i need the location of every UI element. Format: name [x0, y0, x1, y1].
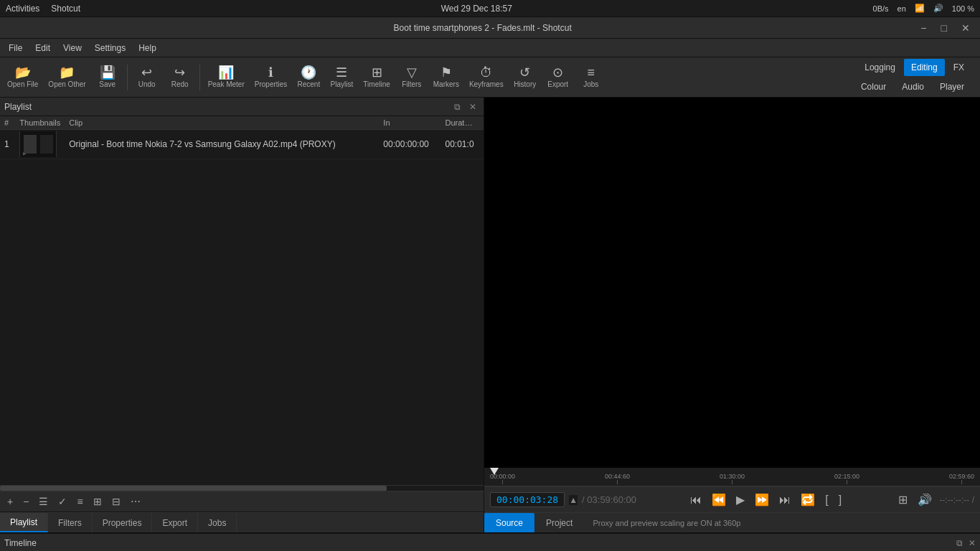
preview-timeline-ruler[interactable]: 00:00:00 00:44:60 01:30:00 02:15:00 02:5…: [484, 468, 980, 486]
maximize-button[interactable]: □: [937, 21, 951, 35]
playlist-add-button[interactable]: +: [3, 494, 17, 509]
skip-to-start-button[interactable]: ⏮: [687, 492, 705, 508]
col-duration: Durat…: [441, 116, 484, 130]
col-num: #: [0, 116, 15, 130]
timeline-float-button[interactable]: ⧉: [956, 538, 963, 548]
language: en: [897, 4, 906, 13]
open-file-button[interactable]: 📂 Open File: [3, 60, 42, 95]
peak-meter-icon: 📊: [218, 66, 234, 79]
minimize-button[interactable]: −: [916, 21, 930, 35]
menu-settings[interactable]: Settings: [89, 41, 131, 55]
export-icon: ⊙: [552, 66, 563, 79]
main-area: Playlist ⧉ ✕ # Thumbnails Clip In Durat…: [0, 98, 980, 532]
volume-icon[interactable]: 🔊: [915, 491, 935, 508]
filters-icon: ▽: [407, 66, 417, 79]
item-in: 00:00:00:00: [379, 130, 440, 159]
playlist-grid-button[interactable]: ⊞: [89, 494, 106, 509]
wifi-icon: 📶: [915, 4, 925, 13]
menu-bar: File Edit View Settings Help: [0, 39, 980, 57]
close-button[interactable]: ✕: [957, 21, 974, 35]
markers-button[interactable]: ⚑ Markers: [429, 60, 463, 95]
playlist-extra-button[interactable]: ⋯: [126, 494, 145, 509]
playlist-check-button[interactable]: ✓: [54, 494, 71, 509]
tab-jobs[interactable]: Jobs: [198, 513, 237, 532]
mode-audio[interactable]: Audio: [895, 78, 931, 95]
timeline-icon: ⊞: [372, 66, 382, 79]
mode-fx[interactable]: FX: [946, 59, 971, 76]
filters-button[interactable]: ▽ Filters: [396, 60, 428, 95]
playlist-row[interactable]: 1 ▶ Original - Boot tim: [0, 130, 484, 159]
undo-button[interactable]: ↩ Undo: [131, 60, 163, 95]
svg-rect-2: [40, 135, 53, 154]
skip-to-end-button[interactable]: ⏭: [776, 492, 793, 508]
grid-button[interactable]: ⊞: [895, 491, 910, 508]
network-speed: 0B/s: [873, 4, 889, 13]
tab-playlist[interactable]: Playlist: [0, 513, 48, 532]
menu-file[interactable]: File: [3, 41, 28, 55]
playlist-scroll[interactable]: # Thumbnails Clip In Durat… 1: [0, 116, 484, 485]
mode-logging[interactable]: Logging: [857, 59, 903, 76]
timeline-button[interactable]: ⊞ Timeline: [359, 60, 394, 95]
playlist-panel-header: Playlist ⧉ ✕: [0, 98, 484, 116]
keyframes-button[interactable]: ⏱ Keyframes: [465, 60, 508, 95]
proxy-info-text: Proxy and preview scaling are ON at 360p: [584, 513, 980, 532]
battery: 100 %: [952, 4, 974, 13]
play-button[interactable]: ▶: [733, 491, 748, 508]
menu-view[interactable]: View: [57, 41, 88, 55]
playlist-float-button[interactable]: ⧉: [451, 101, 463, 113]
datetime: Wed 29 Dec 18:57: [441, 4, 512, 14]
playlist-close-button[interactable]: ✕: [466, 101, 479, 113]
markers-icon: ⚑: [440, 66, 452, 79]
next-frame-button[interactable]: ⏩: [752, 491, 772, 508]
history-button[interactable]: ↺ History: [509, 60, 541, 95]
timecode-spinner[interactable]: [569, 495, 578, 505]
time-separator: / 03:59:60:00: [582, 494, 636, 505]
playlist-remove-button[interactable]: −: [19, 494, 33, 509]
recent-button[interactable]: 🕐 Recent: [293, 60, 324, 95]
tab-export[interactable]: Export: [152, 513, 198, 532]
prev-frame-button[interactable]: ⏪: [709, 491, 729, 508]
col-in: In: [379, 116, 440, 130]
redo-button[interactable]: ↪ Redo: [164, 60, 196, 95]
activities-button[interactable]: Activities: [6, 4, 39, 14]
mode-player[interactable]: Player: [933, 78, 971, 95]
tab-source[interactable]: Source: [484, 513, 534, 532]
save-button[interactable]: 💾 Save: [92, 60, 123, 95]
playlist-list-button[interactable]: ≡: [72, 494, 87, 509]
tab-filters[interactable]: Filters: [48, 513, 93, 532]
tab-properties[interactable]: Properties: [93, 513, 153, 532]
jobs-icon: ≡: [587, 66, 595, 79]
jobs-button[interactable]: ≡ Jobs: [575, 60, 607, 95]
open-other-button[interactable]: 📁 Open Other: [44, 60, 90, 95]
playlist-menu-button[interactable]: ☰: [34, 494, 52, 509]
menu-edit[interactable]: Edit: [29, 41, 56, 55]
playlist-toolbar: + − ☰ ✓ ≡ ⊞ ⊟ ⋯: [0, 491, 484, 512]
item-clip-name: Original - Boot time Nokia 7-2 vs Samsun…: [65, 130, 379, 159]
playlist-panel-title: Playlist: [4, 102, 448, 112]
loop-button[interactable]: 🔁: [798, 491, 818, 508]
ruler-mark-2: 01:30:00: [720, 473, 745, 484]
ruler-mark-3: 02:15:00: [834, 473, 859, 484]
mode-colour[interactable]: Colour: [854, 78, 893, 95]
preview-video: [484, 98, 980, 468]
toolbar-separator-2: [199, 65, 200, 90]
keyframes-icon: ⏱: [480, 66, 493, 79]
app-name: Shotcut: [51, 4, 80, 14]
peak-meter-button[interactable]: 📊 Peak Meter: [204, 60, 249, 95]
menu-help[interactable]: Help: [133, 41, 162, 55]
current-timecode[interactable]: 00:00:03:28: [490, 492, 565, 507]
mode-editing[interactable]: Editing: [904, 59, 945, 76]
in-point-button[interactable]: [: [822, 492, 831, 508]
open-other-icon: 📁: [59, 66, 75, 79]
out-point-button[interactable]: ]: [836, 492, 844, 508]
properties-button[interactable]: ℹ Properties: [250, 60, 292, 95]
playlist-hscrollbar[interactable]: [0, 485, 484, 491]
playlist-button[interactable]: ☰ Playlist: [326, 60, 357, 95]
timeline-close-button[interactable]: ✕: [969, 538, 976, 548]
tab-project[interactable]: Project: [534, 513, 584, 532]
playlist-details-button[interactable]: ⊟: [108, 494, 125, 509]
export-button[interactable]: ⊙ Export: [542, 60, 574, 95]
history-icon: ↺: [519, 66, 530, 79]
undo-icon: ↩: [141, 66, 152, 79]
save-icon: 💾: [100, 66, 116, 79]
